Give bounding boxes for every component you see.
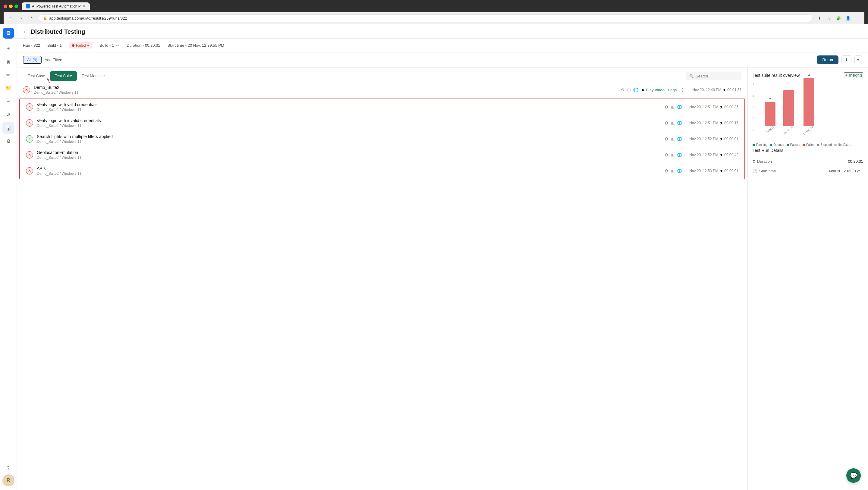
- test-name-4: APIs: [37, 166, 661, 171]
- test-case-item-1[interactable]: ✕ Verify login with invalid credentials …: [20, 115, 744, 131]
- new-tab-button[interactable]: +: [91, 2, 98, 10]
- content-area: Test Case Test Suite Test Machine 🔍 ✕ ➘: [17, 67, 868, 490]
- bar-group-1: 3 Demo_Su...: [781, 86, 796, 131]
- test-info-3: GeolocationEmulation Demo_Suite2 / Windo…: [37, 150, 661, 160]
- test-duration-3: 00:00:42: [724, 153, 738, 157]
- add-filters-button[interactable]: Add Filters: [44, 58, 63, 62]
- insights-label: Insights: [849, 73, 863, 78]
- search-input[interactable]: [695, 74, 738, 78]
- sidebar-item-history[interactable]: ↺: [2, 109, 14, 121]
- sidebar-item-reports[interactable]: 📊: [2, 122, 14, 134]
- profile-icon[interactable]: 👤: [844, 14, 852, 22]
- browser-toolbar-actions: ⬇ ☆ 🧩 👤 ⋮: [815, 14, 862, 22]
- export-button[interactable]: ⬆: [841, 56, 851, 64]
- suite-meta: Demo_Suite2 / Windows 11: [34, 90, 617, 95]
- rerun-button[interactable]: Rerun: [817, 56, 838, 64]
- sidebar-item-grid[interactable]: ⊞: [2, 42, 14, 54]
- test-date-2: Nov 20, 12:52 PM: [689, 137, 718, 141]
- build-label: Build - 1: [47, 43, 62, 48]
- tab-close-icon[interactable]: ✕: [83, 4, 86, 8]
- legend-not-executed-label: Not Exe...: [838, 143, 851, 147]
- sidebar-item-dashboard[interactable]: ◉: [2, 56, 14, 67]
- windows-icon-4: ⊞: [671, 169, 675, 173]
- more-options-button[interactable]: ▾: [855, 56, 862, 64]
- close-traffic-light[interactable]: [4, 4, 7, 8]
- timer-icon-4: ⧗: [720, 169, 722, 173]
- forward-nav-button[interactable]: ›: [17, 14, 25, 22]
- legend-stopped-label: Stopped: [820, 143, 832, 147]
- test-case-item-2[interactable]: ✓ Search flights with multiple filters a…: [20, 131, 744, 147]
- test-date-0: Nov 20, 12:51 PM: [689, 105, 718, 109]
- test-info-0: Verify login with valid credentials Demo…: [37, 102, 661, 112]
- address-bar[interactable]: 🔒 app.testsigma.com/ui/td/results/259/ru…: [38, 14, 812, 22]
- tab-test-suite[interactable]: Test Suite: [50, 71, 77, 81]
- build-edit-button[interactable]: ✏: [116, 43, 119, 48]
- maximize-traffic-light[interactable]: [14, 4, 18, 8]
- clock-icon: 🕐: [752, 169, 757, 173]
- duration-icon: ⧗: [752, 159, 755, 164]
- test-case-item-4[interactable]: ✕ APIs Demo_Suite2 / Windows 11 ⚙ ⊞ 🌐 No…: [20, 163, 744, 179]
- build-edit-info: Build - 1 ✏: [99, 43, 119, 48]
- sidebar-item-folder[interactable]: 📁: [2, 82, 14, 94]
- test-status-icon-2: ✓: [26, 135, 33, 143]
- windows-icon-1: ⊞: [671, 121, 675, 125]
- chat-fab-button[interactable]: 💬: [846, 468, 861, 483]
- browser-icon-2: 🌐: [677, 136, 682, 141]
- run-label: Run - 322: [23, 43, 40, 48]
- active-tab[interactable]: T AI Powered Test Automation P ✕: [22, 2, 90, 10]
- test-icons-3: ⚙ ⊞ 🌐: [664, 152, 682, 157]
- bar-2: [804, 78, 814, 126]
- test-name-3: GeolocationEmulation: [37, 150, 661, 155]
- back-nav-button[interactable]: ‹: [6, 14, 14, 22]
- legend-running-dot: [752, 144, 755, 146]
- test-info-2: Search flights with multiple filters app…: [37, 134, 661, 144]
- test-icons-2: ⚙ ⊞ 🌐: [664, 136, 682, 141]
- sidebar-item-user-avatar[interactable]: R: [2, 474, 14, 486]
- tab-test-machine[interactable]: Test Machine: [77, 71, 110, 81]
- test-time-2: Nov 20, 12:52 PM ⧗ 00:00:01: [689, 137, 738, 141]
- settings-icon-0: ⚙: [664, 104, 669, 110]
- bar-value-0: 2: [769, 98, 771, 101]
- bookmark-icon[interactable]: ☆: [825, 14, 833, 22]
- duration-text: Duration: [757, 159, 772, 164]
- sidebar-item-widgets[interactable]: ⊟: [2, 95, 14, 107]
- legend-not-executed-dot: [834, 144, 837, 146]
- menu-icon[interactable]: ⋮: [854, 14, 862, 22]
- settings-icon-4: ⚙: [664, 169, 669, 173]
- legend-stopped: Stopped: [817, 143, 832, 147]
- sidebar-item-settings[interactable]: ⚙: [2, 135, 14, 147]
- lock-icon: 🔒: [43, 16, 47, 20]
- test-time-4: Nov 20, 12:53 PM ⧗ 00:00:01: [689, 169, 738, 173]
- all-filter-badge[interactable]: All (9): [23, 56, 41, 64]
- duration-detail-label: ⧗ Duration: [752, 159, 772, 164]
- minimize-traffic-light[interactable]: [9, 4, 13, 8]
- test-case-item-0[interactable]: ✕ Verify login with valid credentials De…: [20, 99, 744, 115]
- status-dropdown-button[interactable]: ▾: [87, 43, 89, 48]
- more-actions-button[interactable]: ⋮: [680, 87, 685, 93]
- logs-button[interactable]: Logs: [668, 88, 677, 92]
- suite-header-item[interactable]: ✕ ➘ Demo_Suite2 Demo_Suite2 / Windows 11…: [17, 81, 747, 98]
- refresh-nav-button[interactable]: ↻: [28, 14, 36, 22]
- test-date-3: Nov 20, 12:52 PM: [689, 153, 718, 157]
- play-video-button[interactable]: Play Video: [646, 88, 664, 92]
- test-meta-3: Demo_Suite2 / Windows 11: [37, 155, 661, 160]
- bar-value-2: 4: [808, 73, 810, 77]
- test-case-item-3[interactable]: ✕ GeolocationEmulation Demo_Suite2 / Win…: [20, 147, 744, 163]
- suite-icons: ⚙ ⊞ 🌐: [621, 87, 638, 92]
- right-panel: Test suite result overview ✦ Insights 4 …: [747, 67, 868, 490]
- test-date-1: Nov 20, 12:51 PM: [689, 121, 718, 125]
- extensions-icon[interactable]: 🧩: [834, 14, 843, 22]
- insights-button[interactable]: ✦ Insights: [844, 72, 863, 78]
- windows-icon-2: ⊞: [671, 136, 675, 141]
- test-meta-1: Demo_Suite2 / Windows 11: [37, 124, 661, 128]
- test-duration-2: 00:00:01: [724, 137, 738, 141]
- duration-value: 00:20:31: [848, 159, 863, 164]
- downloads-icon[interactable]: ⬇: [815, 14, 824, 22]
- back-button[interactable]: ←: [23, 29, 28, 35]
- bar-1: [783, 90, 794, 126]
- test-status-icon-0: ✕: [26, 103, 33, 111]
- legend-stopped-dot: [817, 144, 819, 146]
- sidebar-item-help[interactable]: ?: [2, 462, 14, 474]
- browser-icon-0: 🌐: [677, 104, 682, 110]
- sidebar-item-edit[interactable]: ✏: [2, 69, 14, 81]
